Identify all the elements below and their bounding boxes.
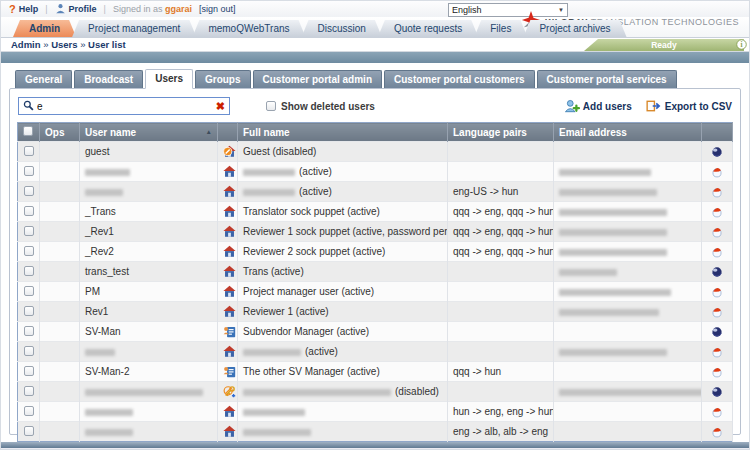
full-name-cell	[238, 402, 448, 422]
column-header-user-name[interactable]: User name▲	[80, 123, 218, 142]
nav-tab-discussion[interactable]: Discussion	[302, 20, 382, 37]
clear-search-icon[interactable]: ✖	[216, 101, 225, 112]
column-header-full-name[interactable]: Full name	[238, 123, 448, 142]
user-row[interactable]: (disabled)	[18, 382, 733, 402]
nav-tab-quote-requests[interactable]: Quote requests	[378, 20, 478, 37]
user-row[interactable]: trans_testTrans (active)	[18, 262, 733, 282]
user-row[interactable]: _TransTranslator sock puppet (active)qqq…	[18, 202, 733, 222]
user-row[interactable]: eng -> alb, alb -> eng	[18, 422, 733, 442]
row-checkbox[interactable]	[24, 386, 34, 396]
toolbar-buttons: Add users Export to CSV	[564, 99, 732, 113]
user-row[interactable]: Rev1Reviewer 1 (active)	[18, 302, 733, 322]
export-csv-icon	[646, 100, 662, 112]
ops-cell	[40, 382, 80, 402]
nav-tab-admin[interactable]: Admin	[13, 20, 76, 37]
row-checkbox[interactable]	[24, 306, 34, 316]
row-select-cell	[18, 422, 40, 442]
row-select-cell	[18, 162, 40, 182]
sign-out-link[interactable]: [sign out]	[199, 4, 236, 14]
row-select-cell	[18, 182, 40, 202]
redacted-email	[559, 189, 657, 196]
subtab-general[interactable]: General	[15, 70, 72, 88]
user-row[interactable]: SV-ManSubvendor Manager (active)	[18, 322, 733, 342]
user-row[interactable]: PMProject manager user (active)	[18, 282, 733, 302]
username-cell: SV-Man	[80, 322, 218, 342]
ops-cell	[40, 222, 80, 242]
help-link[interactable]: ? Help	[9, 3, 38, 15]
user-row[interactable]: _Rev1Reviewer 1 sock puppet (active, pas…	[18, 222, 733, 242]
subtab-groups[interactable]: Groups	[195, 70, 251, 88]
language-pairs-cell	[448, 322, 554, 342]
column-header-language-pairs[interactable]: Language pairs	[448, 123, 554, 142]
user-row[interactable]: (active)eng-US -> hun	[18, 182, 733, 202]
row-checkbox[interactable]	[24, 346, 34, 356]
redacted-full-name	[243, 349, 301, 356]
column-header-email-address[interactable]: Email address	[554, 123, 702, 142]
email-cell	[554, 182, 702, 202]
user-row[interactable]: SV-Man-2The other SV Manager (active)qqq…	[18, 362, 733, 382]
row-checkbox[interactable]	[24, 426, 34, 436]
full-name-cell: Translator sock puppet (active)	[238, 202, 448, 222]
row-checkbox[interactable]	[24, 186, 34, 196]
row-checkbox[interactable]	[24, 266, 34, 276]
show-deleted-option: Show deleted users	[266, 101, 375, 112]
row-checkbox[interactable]	[24, 146, 34, 156]
subtab-customer-portal-services[interactable]: Customer portal services	[537, 70, 677, 88]
row-checkbox[interactable]	[24, 226, 34, 236]
language-pairs-cell: qqq -> hun	[448, 362, 554, 382]
content-area: GeneralBroadcastUsersGroupsCustomer port…	[1, 63, 749, 435]
user-row[interactable]: hun -> eng, eng -> hun	[18, 402, 733, 422]
row-checkbox[interactable]	[24, 366, 34, 376]
row-checkbox[interactable]	[24, 206, 34, 216]
username-cell: guest	[80, 142, 218, 162]
help-icon: ?	[9, 3, 16, 15]
row-select-cell	[18, 202, 40, 222]
row-checkbox[interactable]	[24, 326, 34, 336]
nav-tab-project-archives[interactable]: Project archives	[523, 20, 626, 37]
divider-bar	[1, 52, 749, 63]
export-csv-button[interactable]: Export to CSV	[646, 100, 732, 112]
subtab-broadcast[interactable]: Broadcast	[74, 70, 143, 88]
status-label: Ready	[651, 40, 677, 50]
license-cell	[702, 342, 733, 362]
user-row[interactable]: (active)	[18, 162, 733, 182]
subtab-users[interactable]: Users	[145, 69, 193, 89]
row-checkbox[interactable]	[24, 406, 34, 416]
row-select-cell	[18, 362, 40, 382]
web-license-icon	[711, 326, 723, 338]
row-select-cell	[18, 142, 40, 162]
select-all-checkbox[interactable]	[23, 126, 33, 136]
row-checkbox[interactable]	[24, 246, 34, 256]
status-bar: Ready	[584, 39, 744, 51]
row-select-cell	[18, 322, 40, 342]
row-select-cell	[18, 222, 40, 242]
nav-tab-project-management[interactable]: Project management	[72, 20, 196, 37]
breadcrumb-item-user-list: User list	[88, 39, 126, 50]
breadcrumb: Admin » Users » User list	[11, 39, 126, 50]
full-name-cell: Reviewer 1 sock puppet (active, password…	[238, 222, 448, 242]
user-type-cell	[218, 242, 238, 262]
subtab-customer-portal-customers[interactable]: Customer portal customers	[384, 70, 535, 88]
search-input[interactable]	[37, 101, 213, 112]
info-icon[interactable]: i	[736, 39, 747, 50]
user-row[interactable]: guestGuest (disabled)	[18, 142, 733, 162]
add-users-button[interactable]: Add users	[564, 99, 632, 113]
house-disabled-icon	[223, 145, 236, 158]
breadcrumb-item-admin[interactable]: Admin	[11, 39, 41, 50]
memoq-license-icon	[711, 366, 723, 378]
row-checkbox[interactable]	[24, 286, 34, 296]
nav-tab-files[interactable]: Files	[474, 20, 527, 37]
subtab-customer-portal-admin[interactable]: Customer portal admin	[253, 70, 382, 88]
show-deleted-checkbox[interactable]	[266, 101, 276, 111]
license-cell	[702, 202, 733, 222]
column-header-ops[interactable]: Ops	[40, 123, 80, 142]
profile-link[interactable]: Profile	[55, 3, 97, 16]
user-row[interactable]: _Rev2Reviewer 2 sock puppet (active)qqq …	[18, 242, 733, 262]
users-table: OpsUser name▲Full nameLanguage pairsEmai…	[17, 122, 733, 442]
redacted-username	[85, 169, 130, 176]
breadcrumb-item-users[interactable]: Users	[51, 39, 77, 50]
ops-cell	[40, 282, 80, 302]
row-checkbox[interactable]	[24, 166, 34, 176]
user-row[interactable]: (active)	[18, 342, 733, 362]
nav-tab-memoqwebtrans[interactable]: memoQWebTrans	[192, 20, 305, 37]
